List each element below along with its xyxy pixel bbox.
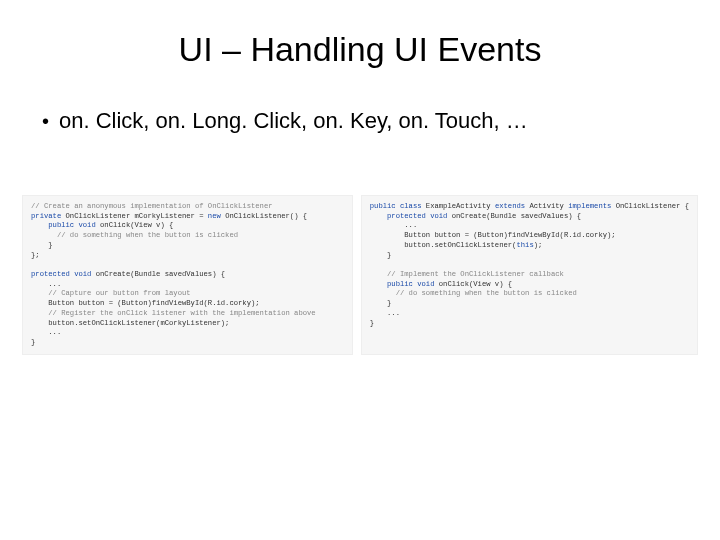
code-line: public void	[31, 221, 96, 229]
code-line: }	[370, 299, 392, 307]
code-block-right: public class ExampleActivity extends Act…	[361, 195, 698, 355]
code-line: // Implement the OnClickListener callbac…	[370, 270, 564, 278]
code-line: };	[31, 251, 40, 259]
code-line: Button button = (Button)findViewById(R.i…	[31, 299, 260, 307]
code-line: public void	[370, 280, 435, 288]
code-line: ...	[370, 309, 400, 317]
bullet-item: • on. Click, on. Long. Click, on. Key, o…	[42, 107, 690, 135]
code-line: OnClickListener {	[611, 202, 689, 210]
code-line: implements	[568, 202, 611, 210]
code-line: ExampleActivity	[422, 202, 495, 210]
code-line: this	[516, 241, 533, 249]
code-line: }	[31, 338, 35, 346]
bullet-text: on. Click, on. Long. Click, on. Key, on.…	[59, 107, 528, 135]
code-line: ...	[370, 221, 417, 229]
code-line: // do something when the button is click…	[31, 231, 238, 239]
code-line	[31, 260, 35, 268]
code-line: new	[208, 212, 221, 220]
code-line: // Register the onClick listener with th…	[31, 309, 316, 317]
code-line: onClick(View v) {	[434, 280, 512, 288]
code-line: Button button = (Button)findViewById(R.i…	[370, 231, 616, 239]
code-line: onCreate(Bundle savedValues) {	[91, 270, 225, 278]
code-line: button.setOnClickListener(	[370, 241, 517, 249]
slide: UI – Handling UI Events • on. Click, on.…	[0, 0, 720, 540]
code-line: // do something when the button is click…	[370, 289, 577, 297]
code-line: OnClickListener() {	[221, 212, 307, 220]
code-line: }	[370, 251, 392, 259]
code-line: // Capture our button from layout	[31, 289, 191, 297]
code-line: Activity	[525, 202, 568, 210]
code-line: button.setOnClickListener(mCorkyListener…	[31, 319, 229, 327]
code-line: OnClickListener mCorkyListener =	[61, 212, 208, 220]
slide-title: UI – Handling UI Events	[30, 30, 690, 69]
bullet-dot-icon: •	[42, 107, 49, 135]
code-line: public class	[370, 202, 422, 210]
code-line: }	[31, 241, 53, 249]
code-line: );	[534, 241, 543, 249]
code-block-left: // Create an anonymous implementation of…	[22, 195, 353, 355]
code-line	[370, 260, 374, 268]
code-line: onCreate(Bundle savedValues) {	[447, 212, 581, 220]
code-line: ...	[31, 328, 61, 336]
code-line: }	[370, 319, 374, 327]
code-line: // Create an anonymous implementation of…	[31, 202, 273, 210]
code-line: ...	[31, 280, 61, 288]
code-line: private	[31, 212, 61, 220]
code-line: extends	[495, 202, 525, 210]
code-row: // Create an anonymous implementation of…	[22, 195, 698, 355]
code-line: protected void	[370, 212, 448, 220]
code-line: protected void	[31, 270, 91, 278]
code-line: onClick(View v) {	[96, 221, 174, 229]
